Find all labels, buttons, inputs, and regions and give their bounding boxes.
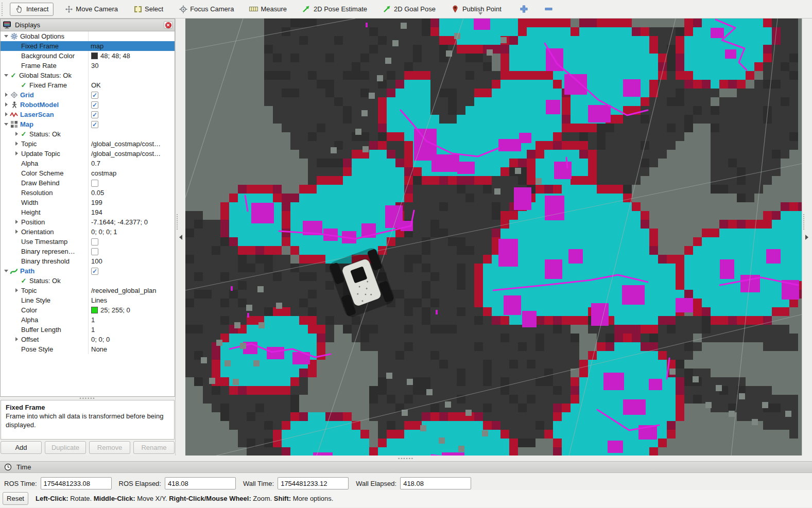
map-canvas[interactable] (185, 19, 802, 456)
property-value[interactable]: 194 (88, 207, 175, 217)
property-value[interactable] (88, 129, 175, 139)
toolbar-overflow-arrow[interactable] (478, 12, 482, 15)
expander-right-icon[interactable] (14, 337, 20, 342)
tree-row-line-style[interactable]: Line StyleLines (1, 295, 175, 305)
tree-row-fixed-frame[interactable]: Fixed Framemap (1, 41, 175, 51)
expander-right-icon[interactable] (4, 112, 9, 117)
tree-row-global-options[interactable]: Global Options (1, 31, 175, 41)
checkbox-unchecked[interactable] (91, 238, 98, 246)
tree-row-draw-behind[interactable]: Draw Behind (1, 178, 175, 188)
property-value[interactable] (88, 237, 175, 247)
expander-right-icon[interactable] (14, 151, 20, 156)
property-value[interactable]: 199 (88, 198, 175, 207)
property-value[interactable]: 48; 48; 48 (88, 51, 175, 61)
property-value[interactable] (88, 276, 175, 286)
checkbox-checked[interactable]: ✓ (91, 111, 98, 118)
tree-row-status-ok[interactable]: ✓Status: Ok (1, 276, 175, 286)
tool-2d-pose-estimate[interactable]: 2D Pose Estimate (298, 3, 372, 15)
checkbox-unchecked[interactable] (91, 180, 98, 187)
property-value[interactable]: 0; 0; 0 (88, 335, 175, 344)
add-button[interactable]: Add (1, 441, 42, 454)
tool-select[interactable]: Select (129, 3, 168, 15)
tree-row-laserscan[interactable]: LaserScan✓ (1, 110, 175, 119)
expander-down-icon[interactable] (4, 73, 9, 78)
property-value[interactable]: -7.1644; -4.2377; 0 (88, 217, 175, 227)
property-value[interactable] (88, 31, 175, 41)
expander-right-icon[interactable] (14, 229, 20, 235)
time-field-input[interactable] (165, 477, 236, 489)
time-panel-header[interactable]: Time (0, 461, 812, 473)
tree-row-grid[interactable]: Grid✓ (1, 90, 175, 100)
tree-row-width[interactable]: Width199 (1, 198, 175, 207)
tree-row-binary-threshold[interactable]: Binary threshold100 (1, 256, 175, 266)
checkbox-checked[interactable]: ✓ (91, 92, 98, 99)
property-value[interactable]: 25; 255; 0 (88, 305, 175, 315)
property-value[interactable] (88, 247, 175, 256)
property-value[interactable]: 1 (88, 325, 175, 335)
tool-publish-point[interactable]: Publish Point (446, 3, 506, 15)
property-value[interactable]: 100 (88, 256, 175, 266)
tree-row-frame-rate[interactable]: Frame Rate30 (1, 61, 175, 71)
property-value[interactable]: 0.7 (88, 159, 175, 168)
tree-row-color[interactable]: Color25; 255; 0 (1, 305, 175, 315)
tree-row-orientation[interactable]: Orientation0; 0; 0; 1 (1, 227, 175, 237)
property-value[interactable]: ✓ (88, 90, 175, 100)
property-value[interactable] (88, 71, 175, 80)
expander-right-icon[interactable] (14, 219, 20, 225)
tool-move-camera[interactable]: Move Camera (60, 3, 123, 15)
time-field-input[interactable] (278, 477, 349, 489)
property-value[interactable]: ✓ (88, 266, 175, 276)
render-viewport[interactable] (185, 19, 802, 456)
property-value[interactable]: ✓ (88, 100, 175, 110)
expander-right-icon[interactable] (14, 131, 20, 137)
tree-row-offset[interactable]: Offset0; 0; 0 (1, 335, 175, 344)
property-value[interactable]: map (88, 41, 175, 51)
expander-down-icon[interactable] (4, 33, 9, 39)
time-field-input[interactable] (400, 477, 471, 489)
tree-row-binary-represen-[interactable]: Binary represen… (1, 247, 175, 256)
property-value[interactable]: ✓ (88, 119, 175, 129)
property-value[interactable]: OK (88, 80, 175, 90)
property-value[interactable]: 1 (88, 315, 175, 325)
property-value[interactable]: ✓ (88, 110, 175, 119)
property-value[interactable]: 0.05 (88, 188, 175, 198)
expander-right-icon[interactable] (14, 141, 20, 147)
expander-right-icon[interactable] (4, 92, 9, 98)
viewport-time-splitter[interactable]: •••••• (0, 456, 812, 461)
tree-row-robotmodel[interactable]: RobotModel✓ (1, 100, 175, 110)
property-value[interactable]: Lines (88, 295, 175, 305)
tree-row-color-scheme[interactable]: Color Schemecostmap (1, 168, 175, 178)
time-field-input[interactable] (41, 477, 112, 489)
remove-tool-button[interactable] (543, 4, 555, 15)
tree-row-background-color[interactable]: Background Color48; 48; 48 (1, 51, 175, 61)
tree-row-pose-style[interactable]: Pose StyleNone (1, 344, 175, 354)
tree-row-position[interactable]: Position-7.1644; -4.2377; 0 (1, 217, 175, 227)
checkbox-checked[interactable]: ✓ (91, 268, 98, 275)
reset-button[interactable]: Reset (3, 492, 28, 505)
tree-row-use-timestamp[interactable]: Use Timestamp (1, 237, 175, 247)
property-value[interactable]: /received_global_plan (88, 286, 175, 295)
property-value[interactable] (88, 178, 175, 188)
close-panel-button[interactable]: ✕ (164, 21, 172, 29)
tree-row-alpha[interactable]: Alpha1 (1, 315, 175, 325)
tree-row-global-status-ok[interactable]: ✓Global Status: Ok (1, 71, 175, 80)
property-value[interactable]: 30 (88, 61, 175, 71)
tree-row-status-ok[interactable]: ✓Status: Ok (1, 129, 175, 139)
property-value[interactable]: /global_costmap/cost… (88, 149, 175, 159)
tree-row-topic[interactable]: Topic/global_costmap/cost… (1, 139, 175, 149)
checkbox-checked[interactable]: ✓ (91, 101, 98, 109)
tree-row-resolution[interactable]: Resolution0.05 (1, 188, 175, 198)
tree-row-fixed-frame[interactable]: ✓Fixed FrameOK (1, 80, 175, 90)
right-panel-collapse-strip[interactable] (802, 19, 812, 456)
checkbox-unchecked[interactable] (91, 248, 98, 255)
add-tool-button[interactable] (519, 4, 530, 15)
property-value[interactable]: costmap (88, 168, 175, 178)
property-value[interactable]: 0; 0; 0; 1 (88, 227, 175, 237)
toolbar-grip[interactable] (2, 3, 5, 16)
tool-2d-goal-pose[interactable]: 2D Goal Pose (378, 3, 440, 15)
property-value[interactable]: /global_costmap/cost… (88, 139, 175, 149)
expander-down-icon[interactable] (4, 121, 9, 127)
tree-row-update-topic[interactable]: Update Topic/global_costmap/cost… (1, 149, 175, 159)
tree-row-map[interactable]: Map✓ (1, 119, 175, 129)
displays-panel-header[interactable]: Displays ✕ (1, 19, 175, 31)
